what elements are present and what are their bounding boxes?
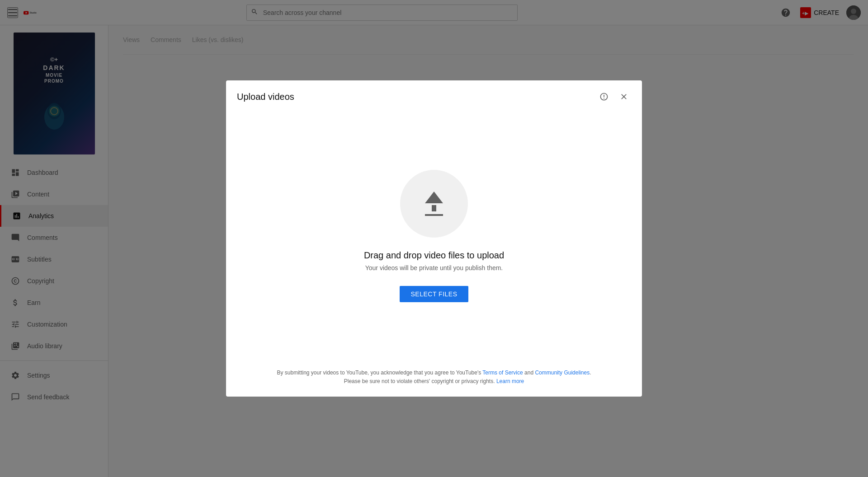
learn-more-link[interactable]: Learn more — [496, 378, 524, 384]
modal-title: Upload videos — [237, 92, 294, 102]
footer-copyright-text: Please be sure not to violate others' co… — [344, 378, 495, 384]
close-icon — [619, 92, 628, 101]
select-files-button[interactable]: SELECT FILES — [400, 286, 468, 302]
community-guidelines-link[interactable]: Community Guidelines — [535, 369, 590, 376]
modal-overlay[interactable]: Upload videos — [0, 0, 868, 477]
footer-main-text: By submitting your videos to YouTube, yo… — [277, 369, 481, 376]
drag-drop-subtext: Your videos will be private until you pu… — [365, 264, 503, 271]
modal-header: Upload videos — [226, 80, 642, 111]
footer-and-text: and — [524, 369, 533, 376]
drag-drop-text: Drag and drop video files to upload — [364, 250, 504, 261]
footer-period: . — [590, 369, 591, 376]
modal-header-actions — [597, 89, 631, 104]
modal-body: Drag and drop video files to upload Your… — [226, 111, 642, 361]
modal-close-button[interactable] — [617, 89, 631, 104]
footer-text-line2: Please be sure not to violate others' co… — [237, 377, 631, 386]
modal-feedback-button[interactable] — [597, 89, 611, 104]
upload-arrow-icon — [425, 192, 443, 216]
feedback-icon — [599, 92, 609, 101]
terms-of-service-link[interactable]: Terms of Service — [482, 369, 523, 376]
upload-circle — [400, 170, 468, 238]
modal-footer: By submitting your videos to YouTube, yo… — [226, 361, 642, 397]
upload-videos-modal: Upload videos — [226, 80, 642, 397]
footer-text-line1: By submitting your videos to YouTube, yo… — [237, 369, 631, 377]
